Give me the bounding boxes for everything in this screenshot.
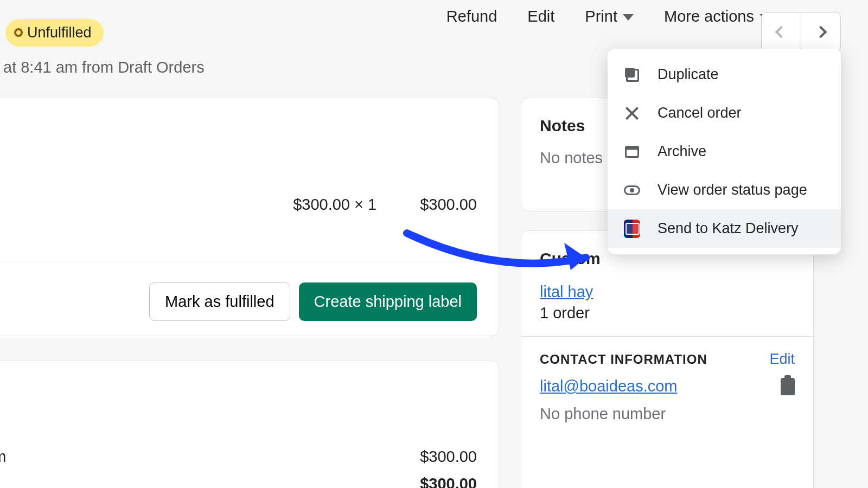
chevron-right-icon: [815, 26, 827, 38]
menu-item-send-to-katz[interactable]: Send to Katz Delivery: [608, 209, 841, 248]
archive-icon: [625, 146, 639, 158]
print-label: Print: [585, 8, 617, 25]
more-actions-label: More actions: [664, 8, 754, 25]
fulfillment-card: $300.00 × 1 $300.00 Mark as fulfilled Cr…: [0, 98, 499, 336]
contact-info-heading: CONTACT INFORMATION: [540, 352, 707, 367]
order-pager: [761, 12, 841, 52]
close-icon: [625, 106, 639, 120]
status-badge: Unfulfilled: [5, 19, 104, 47]
customer-phone: No phone number: [540, 405, 795, 423]
unfulfilled-dot-icon: [14, 28, 23, 37]
customer-order-count: 1 order: [540, 304, 795, 322]
menu-item-label: Send to Katz Delivery: [658, 220, 799, 237]
divider: [521, 336, 813, 337]
edit-button[interactable]: Edit: [527, 8, 554, 25]
mark-as-fulfilled-button[interactable]: Mark as fulfilled: [149, 282, 290, 321]
eye-icon: [624, 185, 640, 195]
print-button[interactable]: Print: [585, 8, 634, 25]
customer-email-link[interactable]: lital@boaideas.com: [540, 377, 678, 395]
menu-item-view-status[interactable]: View order status page: [608, 171, 841, 209]
clipboard-icon[interactable]: [781, 378, 795, 395]
divider: [0, 261, 499, 261]
menu-item-label: Archive: [658, 143, 706, 160]
next-order-button[interactable]: [801, 12, 841, 52]
katz-delivery-icon: [624, 220, 640, 238]
menu-item-label: Duplicate: [658, 66, 719, 83]
payment-summary-card: em $300.00 $300.00: [0, 361, 499, 488]
order-subtitle: at 8:41 am from Draft Orders: [3, 59, 205, 76]
menu-item-archive[interactable]: Archive: [608, 132, 841, 171]
edit-contact-button[interactable]: Edit: [769, 351, 795, 368]
more-actions-menu: Duplicate Cancel order Archive View orde…: [608, 49, 841, 254]
create-shipping-label-button[interactable]: Create shipping label: [299, 282, 477, 321]
menu-item-label: View order status page: [658, 182, 807, 198]
line-item-total: $300.00: [420, 196, 477, 214]
menu-item-cancel-order[interactable]: Cancel order: [608, 94, 841, 132]
customer-card: Custom lital hay 1 order CONTACT INFORMA…: [521, 230, 814, 488]
line-item-unit-price: $300.00 × 1: [293, 196, 376, 214]
menu-item-duplicate[interactable]: Duplicate: [608, 55, 841, 94]
status-badge-label: Unfulfilled: [27, 24, 92, 41]
summary-item-label: em: [0, 448, 6, 466]
duplicate-icon: [625, 68, 639, 82]
summary-subtotal: $300.00: [420, 448, 477, 466]
more-actions-button[interactable]: More actions: [664, 8, 770, 25]
customer-name-link[interactable]: lital hay: [540, 283, 593, 300]
summary-total: $300.00: [420, 475, 477, 488]
menu-item-label: Cancel order: [658, 105, 742, 121]
caret-down-icon: [623, 14, 634, 21]
prev-order-button[interactable]: [761, 12, 801, 52]
chevron-left-icon: [775, 26, 788, 38]
refund-button[interactable]: Refund: [446, 8, 497, 25]
